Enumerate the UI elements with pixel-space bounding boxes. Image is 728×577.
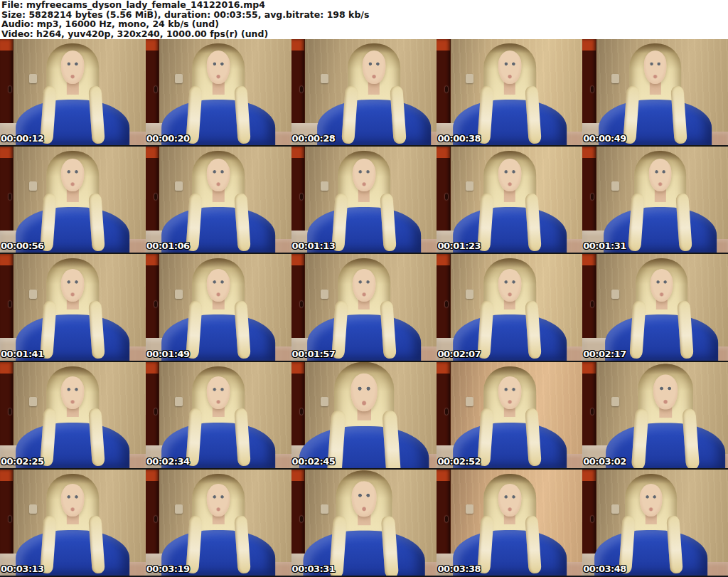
- video-thumbnail: 00:00:56: [0, 147, 146, 254]
- face: [61, 376, 85, 409]
- video-thumbnail: 00:02:17: [582, 254, 728, 361]
- video-thumbnail: 00:03:48: [582, 470, 728, 577]
- timestamp-label: 00:01:13: [292, 240, 336, 251]
- video-thumbnail: 00:03:38: [437, 470, 582, 577]
- video-thumbnail: 00:03:31: [291, 470, 437, 577]
- video-frame: [146, 362, 291, 468]
- person: [146, 39, 291, 145]
- timestamp-label: 00:02:17: [583, 349, 626, 359]
- face: [207, 269, 230, 302]
- timestamp-label: 00:03:02: [583, 456, 626, 467]
- timestamp-label: 00:03:31: [292, 563, 336, 574]
- video-frame: [0, 362, 146, 468]
- video-frame: [291, 147, 437, 253]
- video-frame: [582, 362, 728, 468]
- person: [146, 470, 291, 576]
- face: [61, 159, 85, 191]
- thumbnail-grid: 00:00:12 00:00:20 00:00:28 00:00:38 00:0…: [0, 39, 728, 577]
- face: [643, 51, 667, 83]
- timestamp-label: 00:02:45: [292, 456, 336, 467]
- person: [0, 470, 146, 576]
- video-frame: [291, 470, 437, 576]
- video-frame: [437, 362, 582, 468]
- video-frame: [0, 147, 146, 253]
- video-frame: [582, 470, 728, 576]
- timestamp-label: 00:00:28: [292, 133, 336, 144]
- face: [498, 484, 521, 517]
- video-info-line: Video: h264, yuv420p, 320x240, 1000.00 f…: [1, 29, 728, 39]
- video-thumbnail: 00:01:49: [146, 254, 291, 361]
- video-thumbnail: 00:02:34: [146, 362, 291, 470]
- timestamp-label: 00:00:20: [146, 133, 190, 144]
- person: [301, 39, 437, 145]
- face: [363, 51, 386, 83]
- face: [207, 484, 230, 517]
- face: [207, 159, 230, 191]
- timestamp-label: 00:01:23: [437, 240, 481, 251]
- video-frame: [146, 39, 291, 145]
- video-frame: [291, 39, 437, 145]
- video-thumbnail: 00:00:49: [582, 39, 728, 147]
- timestamp-label: 00:00:38: [437, 133, 481, 144]
- face: [648, 159, 672, 191]
- video-frame: [437, 470, 582, 576]
- video-thumbnail: 00:02:45: [291, 362, 437, 470]
- person: [146, 147, 291, 253]
- face: [498, 269, 521, 302]
- video-frame: [582, 254, 728, 360]
- timestamp-label: 00:01:31: [583, 240, 626, 251]
- person: [0, 362, 146, 468]
- hair-lock-right: [525, 193, 542, 251]
- person: [437, 470, 582, 576]
- video-thumbnail: 00:00:20: [146, 39, 291, 147]
- video-thumbnail: 00:03:19: [146, 470, 291, 577]
- person: [437, 254, 582, 360]
- video-frame: [0, 470, 146, 576]
- file-size-line: Size: 5828214 bytes (5.56 MiB), duration…: [1, 10, 728, 20]
- file-info-header: File: myfreecams_dyson_lady_female_14122…: [0, 0, 728, 39]
- timestamp-label: 00:00:56: [1, 240, 44, 251]
- face: [498, 376, 521, 409]
- hair-lock-right: [525, 85, 542, 144]
- face: [639, 484, 663, 517]
- video-thumbnail: 00:01:57: [291, 254, 437, 361]
- person: [0, 39, 146, 145]
- video-thumbnail: 00:01:41: [0, 254, 146, 361]
- video-frame: [0, 39, 146, 145]
- timestamp-label: 00:01:06: [146, 240, 190, 251]
- video-thumbnail: 00:02:25: [0, 362, 146, 470]
- video-thumbnail: 00:01:13: [291, 147, 437, 254]
- face: [353, 159, 376, 191]
- video-frame: [291, 362, 437, 468]
- video-thumbnail: 00:01:06: [146, 147, 291, 254]
- timestamp-label: 00:02:25: [1, 456, 44, 467]
- hair-lock-right: [670, 85, 687, 144]
- person: [589, 254, 728, 360]
- hair-lock-right: [525, 408, 542, 467]
- face: [350, 374, 377, 411]
- face: [353, 269, 376, 302]
- video-thumbnail: 00:03:02: [582, 362, 728, 470]
- face: [207, 51, 230, 83]
- face: [61, 51, 85, 83]
- face: [498, 159, 521, 191]
- video-frame: [0, 254, 146, 360]
- video-thumbnail: 00:02:07: [437, 254, 582, 361]
- person: [437, 362, 582, 468]
- timestamp-label: 00:03:48: [583, 563, 626, 574]
- video-frame: [146, 254, 291, 360]
- timestamp-label: 00:03:13: [1, 563, 44, 574]
- timestamp-label: 00:02:07: [437, 349, 481, 359]
- video-thumbnail: 00:00:28: [291, 39, 437, 147]
- person: [0, 147, 146, 253]
- face: [61, 484, 85, 517]
- timestamp-label: 00:00:12: [1, 133, 44, 144]
- video-thumbnail: 00:02:52: [437, 362, 582, 470]
- video-thumbnail: 00:00:38: [437, 39, 582, 147]
- hair-lock-right: [525, 301, 542, 359]
- hair-lock-right: [675, 193, 692, 251]
- video-frame: [437, 147, 582, 253]
- person: [582, 39, 728, 145]
- video-frame: [437, 39, 582, 145]
- timestamp-label: 00:00:49: [583, 133, 626, 144]
